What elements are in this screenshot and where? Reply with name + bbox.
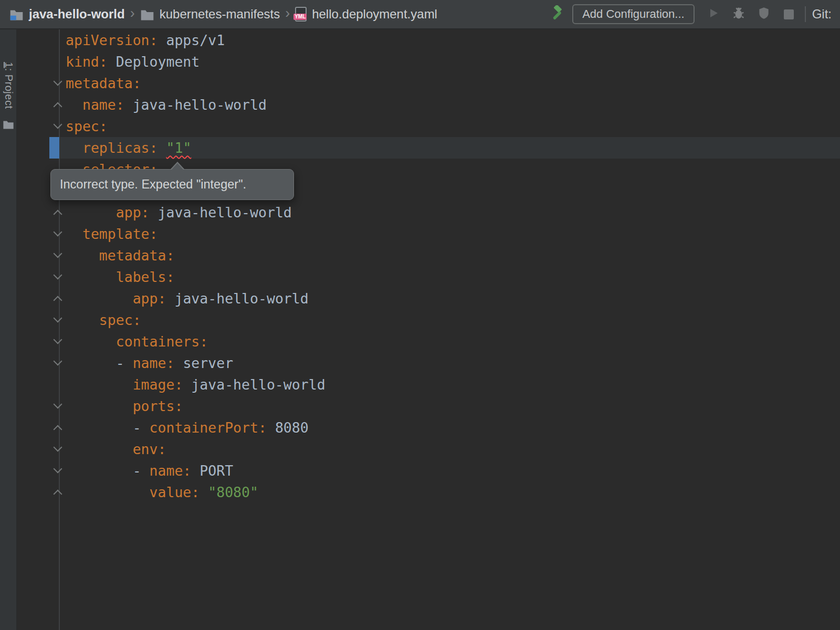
code-token: java-hello-world — [166, 290, 308, 307]
fold-down-icon[interactable] — [54, 357, 62, 366]
code-line[interactable]: metadata: — [17, 72, 840, 94]
code-line[interactable]: template: — [17, 223, 840, 245]
fold-down-icon[interactable] — [54, 120, 62, 129]
fold-down-icon[interactable] — [54, 271, 62, 280]
code-token — [66, 312, 99, 328]
run-button[interactable] — [701, 2, 726, 27]
code-text: labels: — [66, 266, 174, 288]
code-line[interactable]: image: java-hello-world — [17, 374, 840, 395]
code-token: server — [174, 355, 233, 371]
code-text: - name: PORT — [66, 460, 233, 481]
code-line[interactable]: value: "8080" — [17, 481, 840, 503]
breadcrumb-project[interactable]: java-hello-world — [9, 7, 125, 22]
yaml-file-icon: YML — [295, 7, 307, 22]
code-token: apps/v1 — [158, 32, 225, 48]
code-line[interactable]: - name: server — [17, 352, 840, 374]
code-line[interactable]: env: — [17, 438, 840, 460]
fold-down-icon[interactable] — [54, 335, 62, 344]
code-token: app: — [116, 204, 150, 220]
fold-up-icon[interactable] — [54, 425, 62, 434]
coverage-button[interactable] — [751, 2, 776, 27]
code-line[interactable]: labels: — [17, 266, 840, 288]
code-token — [66, 97, 82, 113]
stop-button[interactable] — [776, 2, 802, 27]
error-tooltip-text: Incorrect type. Expected "integer". — [60, 177, 246, 192]
code-line[interactable]: spec: — [17, 309, 840, 331]
code-token: name: — [82, 97, 124, 113]
code-text: env: — [66, 438, 166, 460]
code-line[interactable]: metadata: — [17, 245, 840, 266]
fold-down-icon[interactable] — [54, 314, 62, 323]
breadcrumb-folder[interactable]: kubernetes-manifests — [140, 7, 280, 22]
fold-down-icon[interactable] — [54, 228, 62, 237]
code-token — [66, 269, 116, 285]
code-text: ports: — [66, 395, 183, 417]
code-token: containerPort: — [150, 419, 267, 436]
code-line[interactable]: ports: — [17, 395, 840, 417]
git-widget[interactable]: Git: — [812, 7, 836, 22]
code-line[interactable]: containers: — [17, 331, 840, 352]
code-token: java-hello-world — [150, 204, 292, 220]
code-text: metadata: — [66, 72, 141, 94]
add-configuration-button[interactable]: Add Configuration... — [572, 4, 694, 24]
code-text: apiVersion: apps/v1 — [66, 29, 225, 51]
code-line[interactable]: - containerPort: 8080 — [17, 417, 840, 438]
project-icon — [9, 7, 24, 22]
code-token — [66, 441, 133, 457]
bug-icon — [731, 6, 746, 23]
code-token: env: — [133, 441, 166, 457]
code-line[interactable]: app: java-hello-world — [17, 202, 840, 223]
breadcrumb-label: kubernetes-manifests — [160, 7, 280, 22]
fold-down-icon[interactable] — [54, 400, 62, 409]
fold-up-icon[interactable] — [54, 296, 62, 305]
code-token: java-hello-world — [124, 97, 267, 113]
folder-icon — [3, 120, 14, 132]
code-token: ports: — [133, 398, 183, 414]
code-text: - name: server — [66, 352, 233, 374]
fold-down-icon[interactable] — [54, 249, 62, 258]
code-token: 8080 — [267, 419, 309, 436]
project-toolwindow-label: 1: Project — [3, 62, 15, 109]
code-text: name: java-hello-world — [66, 94, 267, 116]
code-token: value: — [150, 484, 200, 500]
debug-button[interactable] — [726, 2, 751, 27]
code-token: name: — [133, 355, 175, 371]
code-line[interactable]: kind: Deployment — [17, 51, 840, 72]
code-text: spec: — [66, 309, 141, 331]
code-token: spec: — [66, 118, 108, 134]
breadcrumb-label: hello.deployment.yaml — [312, 7, 437, 22]
code-line[interactable]: replicas: "1" — [17, 137, 840, 159]
code-token: apiVersion: — [66, 32, 158, 48]
code-token — [66, 247, 99, 264]
code-text: kind: Deployment — [66, 51, 200, 72]
editor[interactable]: apiVersion: apps/v1kind: Deploymentmetad… — [17, 29, 840, 630]
fold-down-icon[interactable] — [54, 465, 62, 474]
code-line[interactable]: - name: PORT — [17, 460, 840, 481]
tooltip-arrow-icon — [170, 162, 185, 170]
fold-up-icon[interactable] — [54, 490, 62, 499]
breadcrumb-label: java-hello-world — [29, 7, 125, 22]
fold-down-icon[interactable] — [54, 443, 62, 452]
fold-up-icon[interactable] — [54, 102, 62, 111]
code-text: metadata: — [66, 245, 174, 266]
code-line[interactable]: spec: — [17, 116, 840, 137]
code-line[interactable]: app: java-hello-world — [17, 288, 840, 309]
hammer-icon — [549, 5, 564, 23]
breadcrumb-file[interactable]: YML hello.deployment.yaml — [295, 7, 437, 22]
fold-up-icon[interactable] — [54, 210, 62, 219]
code-token — [158, 140, 166, 156]
code-line[interactable]: name: java-hello-world — [17, 94, 840, 116]
code-token — [66, 376, 133, 393]
fold-down-icon[interactable] — [54, 77, 62, 86]
code-token: template: — [82, 226, 158, 242]
code-lines: apiVersion: apps/v1kind: Deploymentmetad… — [17, 29, 840, 503]
code-token: app: — [133, 290, 166, 307]
code-token: kind: — [66, 54, 108, 70]
code-line[interactable]: apiVersion: apps/v1 — [17, 29, 840, 51]
code-text: image: java-hello-world — [66, 374, 326, 395]
code-token: metadata: — [99, 247, 175, 264]
code-token — [66, 226, 82, 242]
build-button[interactable] — [544, 2, 569, 27]
code-token — [66, 204, 116, 220]
code-token: metadata: — [66, 75, 141, 91]
